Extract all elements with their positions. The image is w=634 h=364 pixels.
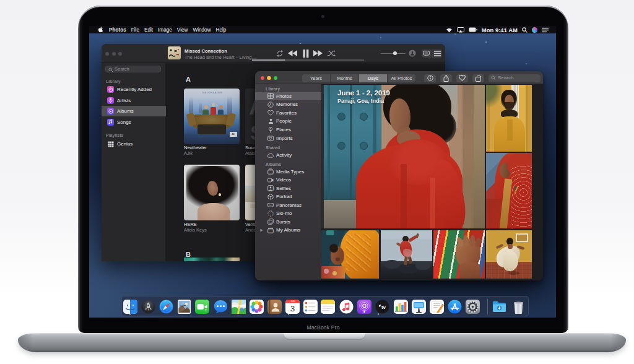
svg-text:3: 3 (290, 304, 294, 313)
svg-text:tv: tv (381, 305, 386, 310)
svg-text:JUN: JUN (290, 300, 295, 303)
